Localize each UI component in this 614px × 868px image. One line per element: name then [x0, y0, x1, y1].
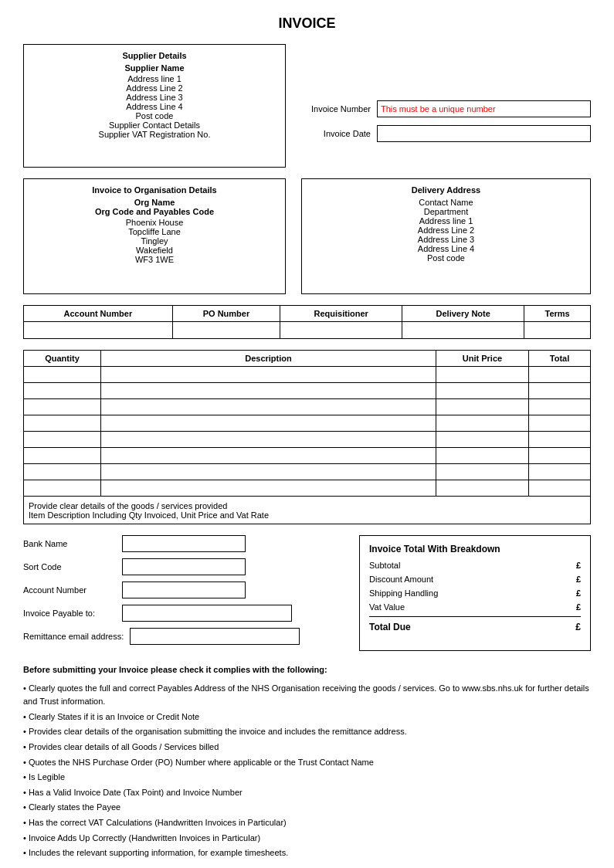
shipping-symbol: £: [576, 588, 581, 598]
order-delivery-cell[interactable]: [402, 322, 524, 339]
order-req-cell[interactable]: [280, 322, 402, 339]
items-col-qty: Quantity: [24, 351, 101, 367]
delivery-addr-2: Address Line 2: [310, 225, 582, 235]
vat-label: Vat Value: [369, 602, 405, 612]
account-number-label: Account Number: [23, 585, 116, 595]
delivery-postcode: Post code: [310, 253, 582, 263]
checklist-item-5: • Is Legible: [23, 771, 591, 785]
payable-to-label: Invoice Payable to:: [23, 609, 116, 618]
supplier-address-4: Address Line 4: [32, 102, 277, 111]
totals-vat-row: Vat Value £: [369, 602, 581, 612]
totals-header: Invoice Total With Breakdown: [369, 544, 581, 554]
org-postcode: WF3 1WE: [32, 255, 277, 264]
discount-symbol: £: [576, 575, 581, 584]
item-row-8: [24, 480, 591, 497]
supplier-address-1: Address line 1: [32, 74, 277, 83]
checklist-item-4: • Quotes the NHS Purchase Order (PO) Num…: [23, 756, 591, 770]
supplier-header: Supplier Details: [32, 51, 277, 60]
checklist-item-3: • Provides clear details of all Goods / …: [23, 741, 591, 754]
delivery-box: Delivery Address Contact Name Department…: [301, 178, 591, 294]
bank-section: Bank Name Sort Code Account Number Invoi…: [23, 535, 344, 651]
sort-code-input[interactable]: [122, 558, 246, 575]
order-col-delivery: Delivery Note: [402, 306, 524, 322]
item-row-1: [24, 367, 591, 383]
checklist-item-10: • Includes the relevant supporting infor…: [23, 846, 591, 860]
bottom-section: Bank Name Sort Code Account Number Invoi…: [23, 535, 591, 651]
vat-symbol: £: [576, 602, 581, 612]
checklist-item-1: • Clearly States if it is an Invoice or …: [23, 710, 591, 724]
remittance-label: Remittance email address:: [23, 632, 124, 641]
org-address-1: Phoenix House: [32, 218, 277, 227]
delivery-contact: Contact Name: [310, 198, 582, 207]
org-code: Org Code and Payables Code: [32, 207, 277, 216]
checklist-section: Before submitting your Invoice please ch…: [23, 663, 591, 860]
shipping-label: Shipping Handling: [369, 588, 438, 598]
invoice-number-placeholder: This must be a unique number: [381, 104, 496, 114]
order-terms-cell[interactable]: [524, 322, 591, 339]
items-col-desc: Description: [101, 351, 436, 367]
totals-shipping-row: Shipping Handling £: [369, 588, 581, 598]
items-footer-row: Provide clear details of the goods / ser…: [24, 497, 591, 524]
checklist-item-8: • Has the correct VAT Calculations (Hand…: [23, 816, 591, 830]
subtotal-label: Subtotal: [369, 561, 400, 570]
item-row-6: [24, 448, 591, 464]
items-footer-line2: Item Description Including Qty Invoiced,…: [29, 510, 585, 520]
item-row-2: [24, 383, 591, 399]
invoice-number-input[interactable]: This must be a unique number: [377, 100, 591, 117]
page-title: INVOICE: [23, 15, 591, 32]
item-row-4: [24, 415, 591, 432]
subtotal-symbol: £: [576, 561, 581, 570]
items-col-total: Total: [529, 351, 591, 367]
totals-discount-row: Discount Amount £: [369, 575, 581, 584]
checklist-item-7: • Clearly states the Payee: [23, 801, 591, 815]
payable-to-input[interactable]: [122, 605, 292, 622]
order-col-po: PO Number: [172, 306, 280, 322]
checklist-item-0: • Clearly quotes the full and correct Pa…: [23, 682, 591, 709]
remittance-input[interactable]: [130, 628, 300, 645]
invoice-date-input[interactable]: [377, 125, 591, 142]
item-row-3: [24, 399, 591, 415]
checklist-item-6: • Has a Valid Invoice Date (Tax Point) a…: [23, 786, 591, 800]
items-table: Quantity Description Unit Price Total Pr…: [23, 350, 591, 524]
item-row-5: [24, 432, 591, 448]
order-po-cell[interactable]: [172, 322, 280, 339]
bank-name-row: Bank Name: [23, 535, 344, 552]
sort-code-row: Sort Code: [23, 558, 344, 575]
remittance-row: Remittance email address:: [23, 628, 344, 645]
supplier-box: Supplier Details Supplier Name Address l…: [23, 44, 286, 168]
total-symbol: £: [575, 622, 581, 632]
discount-label: Discount Amount: [369, 575, 433, 584]
sort-code-label: Sort Code: [23, 562, 116, 571]
org-name: Org Name: [32, 198, 277, 207]
org-box: Invoice to Organisation Details Org Name…: [23, 178, 286, 294]
bank-name-input[interactable]: [122, 535, 246, 552]
order-col-account: Account Number: [24, 306, 173, 322]
checklist-intro: Before submitting your Invoice please ch…: [23, 663, 591, 677]
supplier-name: Supplier Name: [32, 63, 277, 73]
delivery-addr-4: Address Line 4: [310, 244, 582, 253]
invoice-date-label: Invoice Date: [301, 129, 371, 138]
order-account-cell[interactable]: [24, 322, 173, 339]
supplier-vat: Supplier VAT Registration No.: [32, 130, 277, 139]
supplier-contact: Supplier Contact Details: [32, 120, 277, 130]
org-address-3: Tingley: [32, 236, 277, 246]
invoice-number-label: Invoice Number: [301, 104, 371, 114]
items-footer-desc-end: Qty Invoiced, Unit Price and Vat Rate: [129, 510, 269, 520]
order-row: [24, 322, 591, 339]
items-footer-desc-including: Including: [93, 510, 127, 520]
totals-subtotal-row: Subtotal £: [369, 561, 581, 570]
org-address-4: Wakefield: [32, 246, 277, 255]
item-row-7: [24, 464, 591, 480]
account-number-input[interactable]: [122, 581, 246, 598]
items-footer-line1: Provide clear details of the goods / ser…: [29, 501, 585, 510]
invoice-number-row: Invoice Number This must be a unique num…: [301, 100, 591, 117]
totals-section: Invoice Total With Breakdown Subtotal £ …: [359, 535, 591, 651]
bank-name-label: Bank Name: [23, 539, 116, 548]
invoice-date-row: Invoice Date: [301, 125, 591, 142]
delivery-addr-3: Address Line 3: [310, 235, 582, 244]
order-table: Account Number PO Number Requisitioner D…: [23, 305, 591, 339]
payable-to-row: Invoice Payable to:: [23, 605, 344, 622]
supplier-postcode: Post code: [32, 111, 277, 120]
checklist-item-9: • Invoice Adds Up Correctly (Handwritten…: [23, 832, 591, 846]
supplier-address-2: Address Line 2: [32, 83, 277, 93]
